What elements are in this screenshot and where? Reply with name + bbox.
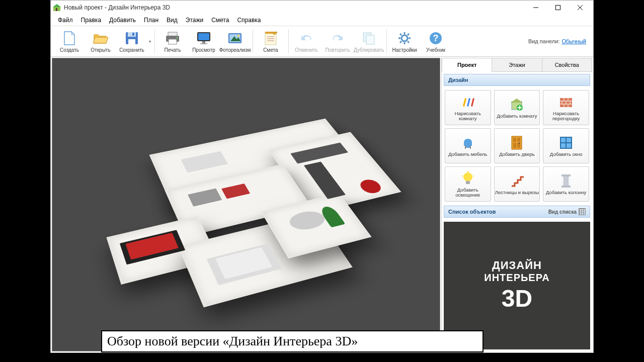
toolbar-create[interactable]: Создать (54, 27, 85, 55)
toolbar-redo: Повторить (322, 27, 353, 55)
design-section-header: Дизайн (444, 74, 590, 86)
btn-draw-partition[interactable]: Нарисовать перегородку (543, 90, 589, 125)
btn-add-room[interactable]: Добавить комнату (494, 90, 540, 125)
menu-floors[interactable]: Этажи (182, 16, 207, 25)
svg-rect-74 (561, 186, 571, 188)
svg-rect-17 (202, 41, 205, 43)
toolbar-help[interactable]: ? Учебник (420, 27, 451, 55)
stairs-icon (509, 173, 525, 189)
column-icon (558, 173, 574, 189)
folder-open-icon (93, 30, 109, 46)
menu-help[interactable]: Справка (233, 16, 265, 25)
svg-point-63 (519, 142, 520, 144)
separator (288, 29, 289, 53)
separator (154, 29, 155, 53)
svg-rect-9 (128, 39, 135, 44)
grid-icon (579, 208, 586, 215)
svg-point-30 (401, 35, 408, 41)
chair-icon (460, 135, 476, 151)
btn-add-door[interactable]: Добавить дверь (494, 128, 540, 163)
separator (386, 29, 387, 53)
toolbar-print[interactable]: Печать (157, 27, 188, 55)
toolbar-photoreal[interactable]: Фотореализм (219, 27, 251, 55)
svg-marker-1 (53, 4, 61, 7)
window-title: Новый проект - Дизайн Интерьера 3D (64, 4, 170, 11)
app-window: Новый проект - Дизайн Интерьера 3D Файл … (50, 0, 594, 353)
door-icon (509, 135, 525, 151)
svg-rect-10 (132, 33, 134, 36)
notepad-icon (263, 30, 279, 46)
btn-add-window[interactable]: Добавить окно (543, 128, 589, 163)
floorplan-model (66, 115, 440, 332)
svg-rect-73 (561, 174, 571, 176)
help-icon: ? (428, 30, 444, 46)
content: Проект Этажи Свойства Дизайн Нарисовать … (51, 57, 593, 352)
window-icon (558, 135, 574, 151)
menu-add[interactable]: Добавить (105, 16, 140, 25)
svg-line-37 (400, 41, 401, 43)
svg-rect-11 (168, 32, 177, 36)
minimize-button[interactable] (525, 1, 547, 15)
lightbulb-icon (460, 170, 476, 187)
svg-point-22 (237, 35, 239, 37)
draw-room-icon (460, 94, 476, 110)
svg-rect-60 (517, 138, 520, 142)
viewport-3d[interactable] (52, 58, 440, 351)
side-panel: Проект Этажи Свойства Дизайн Нарисовать … (441, 58, 592, 351)
svg-line-36 (408, 41, 409, 43)
photoreal-icon (227, 30, 243, 46)
svg-rect-57 (470, 146, 471, 149)
btn-add-lighting[interactable]: Добавить освещение (445, 166, 491, 202)
monitor-icon (196, 30, 212, 46)
svg-rect-56 (465, 146, 466, 149)
menu-view[interactable]: Вид (163, 16, 182, 25)
menubar: Файл Правка Добавить План Вид Этажи Смет… (51, 15, 593, 26)
toolbar-save[interactable]: Сохранить (116, 27, 147, 55)
panel-mode-link[interactable]: Обычный (561, 38, 586, 44)
svg-text:?: ? (433, 33, 439, 43)
btn-draw-room[interactable]: Нарисовать комнату (445, 90, 491, 125)
add-room-icon (509, 97, 525, 113)
menu-estimate[interactable]: Смета (207, 16, 233, 25)
brick-wall-icon (558, 94, 574, 110)
svg-point-67 (463, 172, 472, 182)
gear-icon (396, 30, 413, 46)
svg-rect-59 (513, 138, 516, 142)
btn-stairs-cuts[interactable]: Лестницы и вырезы (494, 166, 540, 202)
side-tabs: Проект Этажи Свойства (442, 58, 592, 72)
close-button[interactable] (569, 1, 591, 15)
toolbar-settings[interactable]: Настройки (389, 27, 420, 55)
save-dropdown[interactable]: ▾ (147, 39, 152, 44)
svg-rect-68 (466, 181, 470, 184)
panel-mode: Вид панели: Обычный (528, 38, 590, 44)
toolbar: Создать Открыть Сохранить ▾ Печать Просм… (51, 26, 593, 57)
list-view-mode[interactable]: Вид списка (548, 208, 586, 215)
svg-line-38 (408, 34, 409, 35)
svg-rect-29 (366, 35, 374, 44)
btn-add-furniture[interactable]: Добавить мебель (445, 128, 491, 163)
save-icon (124, 30, 140, 46)
tab-floors[interactable]: Этажи (492, 58, 542, 72)
toolbar-undo: Отменить (291, 27, 322, 55)
maximize-button[interactable] (547, 1, 569, 15)
titlebar: Новый проект - Дизайн Интерьера 3D (51, 1, 593, 15)
menu-plan[interactable]: План (140, 16, 163, 25)
toolbar-preview[interactable]: Просмотр (188, 27, 219, 55)
objects-section-header: Список объектов Вид списка (444, 206, 590, 218)
btn-add-column[interactable]: Добавить колонну (543, 166, 589, 202)
svg-marker-42 (511, 99, 523, 103)
menu-edit[interactable]: Правка (77, 16, 106, 25)
undo-icon (298, 30, 314, 46)
toolbar-open[interactable]: Открыть (85, 27, 116, 55)
tab-properties[interactable]: Свойства (542, 58, 592, 72)
separator (253, 29, 253, 53)
svg-rect-13 (169, 39, 177, 44)
svg-line-35 (400, 34, 401, 35)
toolbar-estimate[interactable]: Смета (255, 27, 286, 55)
tab-project[interactable]: Проект (442, 58, 492, 72)
new-file-icon (61, 30, 77, 46)
printer-icon (165, 30, 181, 46)
menu-file[interactable]: Файл (54, 16, 77, 25)
svg-rect-16 (198, 33, 209, 40)
video-caption: Обзор новой версии «Дизайн Интерьера 3D» (101, 330, 484, 352)
